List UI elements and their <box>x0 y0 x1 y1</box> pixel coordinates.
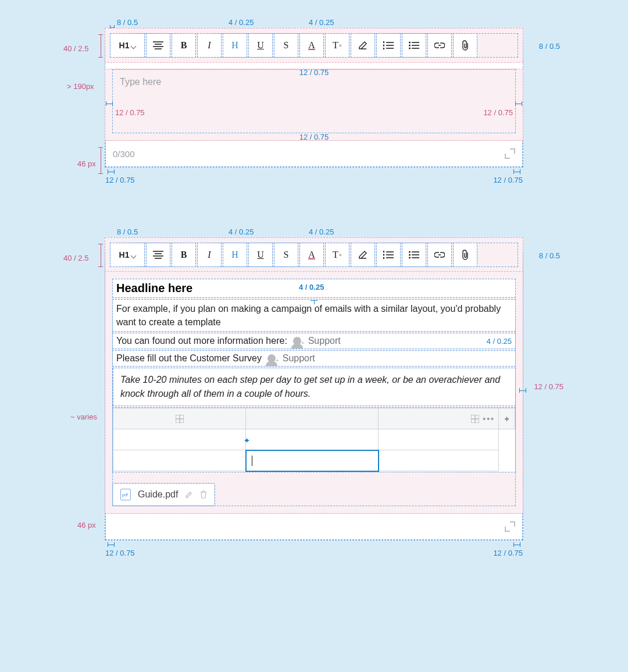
attachment-chip[interactable]: Guide.pdf <box>113 483 215 506</box>
headline-block[interactable]: Headline here 4 / 0.25 <box>113 279 515 297</box>
clear-format-button-2[interactable]: T× <box>326 243 349 266</box>
underline-button[interactable]: U <box>249 34 272 57</box>
blockquote[interactable]: Take 10-20 minutes on each step per day … <box>113 368 515 406</box>
info-link-row[interactable]: You can found out more information here:… <box>113 333 515 349</box>
paragraph-block[interactable]: For example, if you plan on making a cam… <box>113 300 515 331</box>
support-tag[interactable]: +Support <box>293 336 341 346</box>
ordered-list-icon <box>383 41 394 49</box>
ordered-list-button[interactable] <box>377 34 400 57</box>
svg-point-29 <box>409 251 411 253</box>
align-button-2[interactable] <box>147 243 170 266</box>
table-cell-active[interactable] <box>246 450 379 471</box>
column-resize-handle[interactable]: ◂▸ <box>244 436 248 444</box>
person-icon-2 <box>267 354 276 362</box>
table-cell-r1c1[interactable] <box>113 429 246 450</box>
strike-button[interactable]: S <box>274 34 298 57</box>
expand-icon-2[interactable] <box>505 521 515 532</box>
highlight-h-button[interactable]: H <box>223 34 247 57</box>
table-block[interactable]: ••• + ◂▸ <box>113 408 515 472</box>
font-color-button-2[interactable]: A <box>300 243 323 266</box>
survey-link-row[interactable]: Please fill out the Customer Survey +Sup… <box>113 351 515 366</box>
attachment-edit-button[interactable] <box>185 490 193 499</box>
strike-button-2[interactable]: S <box>274 243 298 266</box>
edit-button[interactable] <box>351 34 374 57</box>
highlight-h-button-2[interactable]: H <box>223 243 247 266</box>
spec-gap-4-b: 4 / 0.25 <box>309 18 334 27</box>
table-cell-r2c1[interactable] <box>113 450 246 471</box>
more-dots-icon[interactable]: ••• <box>483 414 495 424</box>
spec-inline-gap: 4 / 0.25 <box>487 337 512 346</box>
italic-button[interactable]: I <box>198 34 221 57</box>
font-color-char: A <box>308 40 315 51</box>
ordered-list-button-2[interactable] <box>377 243 400 266</box>
link-icon <box>434 42 445 48</box>
table-header-2[interactable] <box>246 408 379 429</box>
support-tag-2[interactable]: +Support <box>267 353 315 364</box>
attachment-delete-button[interactable] <box>200 490 207 499</box>
spec-footer-h-2: 46 px <box>77 521 96 529</box>
bold-button[interactable]: B <box>172 34 195 57</box>
clear-format-button[interactable]: T× <box>326 34 349 57</box>
svg-point-14 <box>409 45 411 47</box>
table-cell-r1c3[interactable] <box>379 429 499 450</box>
bullet-list-button-2[interactable] <box>402 243 426 266</box>
table-cell-r2c3[interactable] <box>379 450 499 471</box>
spec-body-varies: ~ varies <box>70 413 97 421</box>
text-cursor <box>252 456 252 466</box>
spec-body-bottom-pad: 12 / 0.75 <box>299 133 329 141</box>
edit-button-2[interactable] <box>351 243 374 266</box>
rte-footer-2 <box>105 513 523 540</box>
table-header-1[interactable] <box>113 408 246 429</box>
support-label-2: Support <box>283 353 315 364</box>
bold-button-2[interactable]: B <box>172 243 195 266</box>
table-cell-r1c4[interactable] <box>499 429 515 450</box>
grid-icon-2 <box>471 415 479 423</box>
trash-icon <box>200 490 207 499</box>
clear-sub: × <box>339 42 342 48</box>
spec-pad-8-r: 8 / 0.5 <box>539 42 560 51</box>
table-cell-r1c2[interactable]: ◂▸ <box>246 429 379 450</box>
spec-gap-4-b-2: 4 / 0.25 <box>309 227 334 236</box>
group-heading: H1 <box>110 34 144 57</box>
attachment-row: Guide.pdf <box>113 474 515 506</box>
paperclip-icon <box>461 40 469 51</box>
link-button[interactable] <box>428 34 451 57</box>
heading-dropdown-button-2[interactable]: H1 <box>110 243 144 266</box>
rte-footer: 0/300 <box>105 140 523 167</box>
ordered-list-icon-2 <box>383 251 394 259</box>
add-column-button[interactable]: + <box>499 408 515 429</box>
bullet-list-button[interactable] <box>402 34 426 57</box>
chevron-down-icon-2 <box>131 250 135 259</box>
font-color-button[interactable]: A <box>300 34 323 57</box>
svg-rect-24 <box>383 254 384 256</box>
underline-button-2[interactable]: U <box>249 243 272 266</box>
align-button[interactable] <box>147 34 170 57</box>
support-label: Support <box>308 336 341 346</box>
spec-pad-8-r-2: 8 / 0.5 <box>539 251 560 260</box>
table-header-3[interactable]: ••• <box>379 408 499 429</box>
rte-textarea[interactable]: Type here 12 / 0.75 12 / 0.75 <box>112 69 516 133</box>
pencil-small-icon <box>185 490 193 499</box>
link-button-2[interactable] <box>428 243 451 266</box>
heading-dropdown-button[interactable]: H1 <box>110 34 144 57</box>
rte-placeholder: Type here <box>120 77 161 87</box>
spec-gap-4-a: 4 / 0.25 <box>229 18 254 27</box>
headline-text: Headline here <box>116 282 192 294</box>
person-icon <box>293 337 301 345</box>
align-center-icon-2 <box>153 251 163 259</box>
toolbar-padding-area: H1 B I H U S A T× <box>105 29 523 62</box>
spec-gap-4-a-2: 4 / 0.25 <box>229 227 254 236</box>
attachment-button[interactable] <box>454 34 477 57</box>
svg-rect-9 <box>383 48 384 49</box>
spec-toolbar-height-2: 40 / 2.5 <box>63 254 88 262</box>
table-cell-r2c4[interactable] <box>499 450 515 471</box>
svg-point-13 <box>409 42 411 44</box>
pencil-icon-2 <box>358 250 367 259</box>
attachment-button-2[interactable] <box>454 243 477 266</box>
spec-body-min: > 190px <box>67 82 94 91</box>
italic-button-2[interactable]: I <box>198 243 221 266</box>
bullet-list-icon <box>409 41 419 49</box>
survey-text: Please fill out the Customer Survey <box>116 353 262 364</box>
expand-icon[interactable] <box>505 148 515 159</box>
spec-footer-left-pad-2: 12 / 0.75 <box>105 549 135 557</box>
